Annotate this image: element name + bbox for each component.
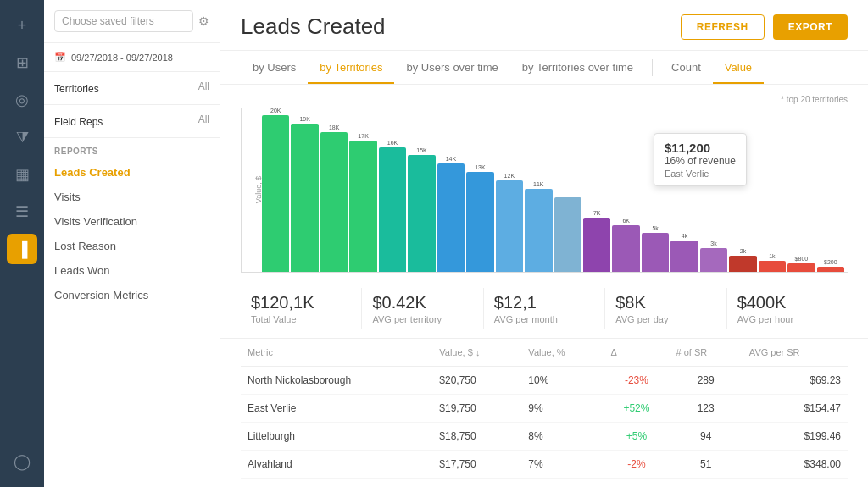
filter-icon[interactable]: ⧩ (7, 122, 37, 152)
bar-group-15[interactable]: 3k (700, 241, 727, 272)
nav-item-visits[interactable]: Visits (44, 185, 220, 209)
bar-group-11[interactable]: 7K (583, 210, 610, 272)
bar-0 (262, 115, 289, 272)
bar-group-9[interactable]: 11K (525, 181, 552, 272)
stat-label-3: AVG per day (615, 314, 715, 324)
left-panel: Choose saved filters ⚙ 📅 09/27/2018 - 09… (44, 0, 220, 487)
saved-filters-select[interactable]: Choose saved filters (54, 10, 193, 32)
bar-group-18[interactable]: $800 (787, 256, 815, 272)
tabs-row: by Usersby Territoriesby Users over time… (220, 51, 868, 85)
stat-label-2: AVG per month (494, 314, 594, 324)
cell-3-5: $348.00 (743, 451, 848, 479)
nav-item-leads-created[interactable]: Leads Created (44, 160, 220, 185)
col-header-delta[interactable]: Δ (604, 339, 669, 367)
bar-15 (700, 248, 727, 272)
plus-icon[interactable]: + (7, 10, 37, 41)
bar-3 (349, 141, 376, 272)
cell-4-4: 23 (670, 479, 743, 488)
field-reps-filter[interactable]: Field Reps All (44, 105, 220, 138)
bar-label-19: $200 (824, 259, 837, 265)
bar-1 (291, 124, 318, 272)
page-title: Leads Created (241, 14, 386, 40)
document-icon[interactable]: ☰ (7, 196, 37, 227)
table-row: Littelburgh$18,7508%+5%94$199.46 (241, 423, 848, 451)
bar-label-16: 2k (740, 248, 746, 254)
cell-1-3: +52% (604, 395, 669, 423)
chart-icon[interactable]: ▐ (7, 234, 37, 264)
grid-icon[interactable]: ⊞ (7, 47, 37, 78)
bar-label-13: 5k (652, 225, 658, 231)
bar-group-4[interactable]: 16K (379, 140, 406, 272)
bar-group-7[interactable]: 13K (466, 164, 493, 272)
header-buttons: REFRESH EXPORT (681, 14, 848, 40)
cell-0-4: 289 (670, 367, 743, 395)
sidebar: + ⊞ ◎ ⧩ ▦ ☰ ▐ ◯ (0, 0, 44, 487)
bar-group-16[interactable]: 2k (729, 248, 756, 272)
bar-group-19[interactable]: $200 (817, 259, 844, 272)
tooltip-pct: 16% of revenue (665, 155, 736, 167)
bar-label-5: 15K (416, 147, 426, 153)
stat-label-0: Total Value (251, 314, 351, 324)
bar-17 (759, 261, 786, 272)
bar-group-3[interactable]: 17K (349, 133, 376, 272)
bar-19 (817, 267, 844, 272)
bar-group-5[interactable]: 15K (408, 147, 435, 272)
tab-metric-count[interactable]: Count (659, 51, 713, 84)
bar-chart: Value, $ 20K19K18K17K16K15K14K13K12K11K7… (241, 108, 848, 273)
cell-0-2: 10% (521, 367, 604, 395)
stat-value-3: $8K (615, 293, 715, 313)
tab-by-users-over-time[interactable]: by Users over time (394, 51, 509, 84)
tab-metric-value[interactable]: Value (713, 51, 764, 84)
cell-1-0: East Verlie (241, 395, 432, 423)
table-row: Alvahland$17,7507%-2%51$348.00 (241, 451, 848, 479)
bar-group-14[interactable]: 4k (670, 233, 698, 272)
stat-label-1: AVG per territory (372, 314, 472, 324)
cell-1-5: $154.47 (743, 395, 848, 423)
bar-group-13[interactable]: 5k (642, 225, 669, 272)
territories-filter[interactable]: Territories All (44, 72, 220, 105)
bar-5 (408, 155, 435, 272)
col-header-sr[interactable]: # of SR (670, 339, 743, 367)
gear-icon[interactable]: ⚙ (198, 14, 209, 28)
bar-group-2[interactable]: 18K (320, 125, 348, 272)
tab-by-territories[interactable]: by Territories (308, 51, 394, 84)
tab-by-territories-over-time[interactable]: by Territories over time (510, 51, 645, 84)
bar-group-10[interactable] (554, 196, 581, 272)
cell-2-4: 94 (670, 423, 743, 451)
nav-item-visits-verification[interactable]: Visits Verification (44, 209, 220, 234)
col-header-value[interactable]: Value, $ ↓ (432, 339, 521, 367)
territories-value: All (198, 80, 209, 92)
cell-2-0: Littelburgh (241, 423, 432, 451)
refresh-button[interactable]: REFRESH (681, 14, 765, 40)
bar-label-11: 7K (593, 210, 601, 216)
col-header-avg[interactable]: AVG per SR (743, 339, 848, 367)
bar-9 (525, 189, 552, 272)
export-button[interactable]: EXPORT (773, 14, 848, 40)
stats-row: $120,1KTotal Value$0.42KAVG per territor… (220, 279, 868, 339)
location-icon[interactable]: ◎ (7, 85, 37, 115)
field-reps-label: Field Reps (54, 116, 103, 128)
bar-group-17[interactable]: 1k (759, 253, 786, 272)
nav-item-leads-won[interactable]: Leads Won (44, 258, 220, 283)
tooltip-territory-name: East Verlie (665, 169, 736, 179)
nav-item-conversion-metrics[interactable]: Conversion Metrics (44, 283, 220, 307)
cell-3-4: 51 (670, 451, 743, 479)
chat-icon[interactable]: ◯ (7, 446, 37, 477)
col-header-pct[interactable]: Value, % (521, 339, 604, 367)
tab-by-users[interactable]: by Users (241, 51, 308, 84)
bar-group-1[interactable]: 19K (291, 116, 318, 272)
data-table: MetricValue, $ ↓Value, %Δ# of SRAVG per … (241, 339, 848, 487)
bar-group-6[interactable]: 14K (437, 156, 465, 272)
bar-group-0[interactable]: 20K (262, 108, 289, 272)
nav-item-lost-reason[interactable]: Lost Reason (44, 234, 220, 258)
col-header-metric[interactable]: Metric (241, 339, 432, 367)
cell-1-2: 9% (521, 395, 604, 423)
table-area: MetricValue, $ ↓Value, %Δ# of SRAVG per … (220, 339, 868, 487)
cell-3-2: 7% (521, 451, 604, 479)
bar-16 (729, 256, 756, 272)
cell-4-2: 6% (521, 479, 604, 488)
cell-1-1: $19,750 (432, 395, 521, 423)
bar-group-12[interactable]: 6K (612, 218, 639, 272)
bar-group-8[interactable]: 12K (496, 173, 523, 272)
calendar-icon[interactable]: ▦ (7, 159, 37, 190)
